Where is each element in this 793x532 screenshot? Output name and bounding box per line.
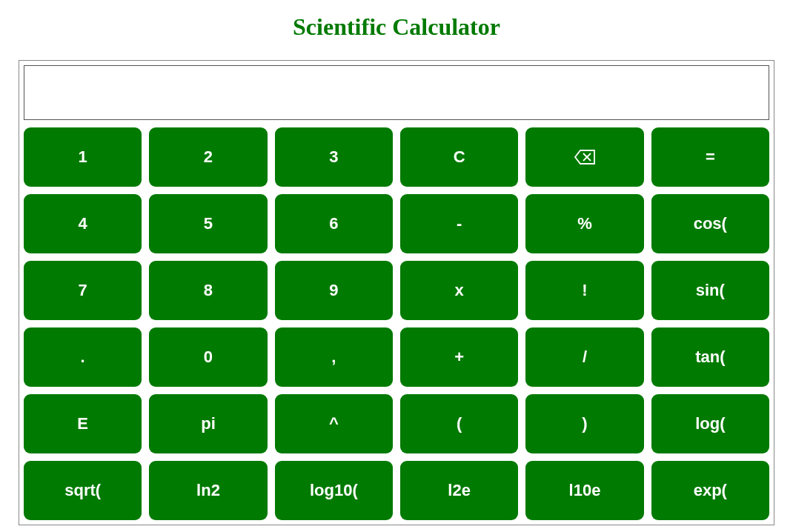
key-open-paren[interactable]: ( xyxy=(400,394,518,453)
key-minus[interactable]: - xyxy=(400,194,518,253)
key-2[interactable]: 2 xyxy=(149,127,267,187)
key-divide[interactable]: / xyxy=(525,327,643,387)
calculator-display[interactable] xyxy=(24,65,769,120)
key-percent[interactable]: % xyxy=(525,194,643,253)
key-sin[interactable]: sin( xyxy=(651,261,769,320)
key-power[interactable]: ^ xyxy=(275,394,393,453)
key-factorial[interactable]: ! xyxy=(525,261,643,320)
key-decimal[interactable]: . xyxy=(24,327,142,387)
key-l2e[interactable]: l2e xyxy=(400,461,518,520)
key-log[interactable]: log( xyxy=(651,394,769,453)
key-3[interactable]: 3 xyxy=(275,127,393,187)
key-tan[interactable]: tan( xyxy=(651,327,769,387)
key-4[interactable]: 4 xyxy=(24,194,142,253)
key-close-paren[interactable]: ) xyxy=(525,394,643,453)
calculator-container: 1 2 3 C = 4 5 6 - % cos( 7 8 9 x ! sin( xyxy=(19,60,774,525)
key-multiply[interactable]: x xyxy=(400,261,518,320)
key-backspace[interactable] xyxy=(525,127,643,187)
key-clear[interactable]: C xyxy=(400,127,518,187)
key-equals[interactable]: = xyxy=(651,127,769,187)
page-title: Scientific Calculator xyxy=(0,13,793,41)
key-5[interactable]: 5 xyxy=(149,194,267,253)
key-cos[interactable]: cos( xyxy=(651,194,769,253)
key-sqrt[interactable]: sqrt( xyxy=(24,461,142,520)
key-ln2[interactable]: ln2 xyxy=(149,461,267,520)
key-l10e[interactable]: l10e xyxy=(525,461,643,520)
key-exp[interactable]: exp( xyxy=(651,461,769,520)
key-9[interactable]: 9 xyxy=(275,261,393,320)
key-comma[interactable]: , xyxy=(275,327,393,387)
key-1[interactable]: 1 xyxy=(24,127,142,187)
key-log10[interactable]: log10( xyxy=(275,461,393,520)
key-e[interactable]: E xyxy=(24,394,142,453)
key-0[interactable]: 0 xyxy=(149,327,267,387)
key-pi[interactable]: pi xyxy=(149,394,267,453)
key-7[interactable]: 7 xyxy=(24,261,142,320)
backspace-icon xyxy=(574,149,596,165)
key-6[interactable]: 6 xyxy=(275,194,393,253)
key-plus[interactable]: + xyxy=(400,327,518,387)
keypad: 1 2 3 C = 4 5 6 - % cos( 7 8 9 x ! sin( xyxy=(24,127,769,520)
key-8[interactable]: 8 xyxy=(149,261,267,320)
